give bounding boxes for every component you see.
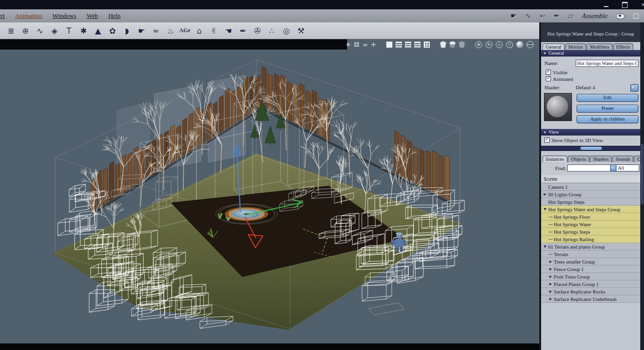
scrollbar-thumb[interactable] (641, 144, 644, 205)
scene-tree-item[interactable]: ▼Hot Springs Water and Steps Group (541, 206, 640, 213)
filter-dropdown[interactable]: » All (610, 164, 639, 171)
scene-tree-item[interactable]: —Hot Springs Railing (541, 236, 640, 243)
dropper-icon[interactable]: ✒ (554, 12, 560, 20)
display-flat-icon[interactable] (405, 42, 411, 48)
menu-item-help[interactable]: Help (109, 12, 121, 20)
menu-item-web[interactable]: Web (87, 12, 98, 20)
display-solid-icon[interactable] (386, 42, 392, 48)
wire-ball-icon[interactable] (527, 41, 534, 48)
splitter-handle[interactable] (580, 146, 602, 150)
scene-tree-item[interactable]: ▶00 Lights Group (541, 191, 640, 198)
shader-preview[interactable] (544, 93, 572, 121)
close-button[interactable]: × (640, 2, 644, 7)
general-section-header[interactable]: ▼General (541, 50, 640, 57)
checkbox-icon[interactable]: ✓ (546, 70, 551, 75)
scene-tree-item[interactable]: Camera 1 (541, 183, 640, 191)
scene-tree-item[interactable]: —Hot Springs Water (541, 221, 640, 228)
pan-hand-icon[interactable]: ☛ (511, 12, 517, 20)
expand-arrow-icon[interactable]: ▶ (548, 297, 554, 301)
hand-icon[interactable]: ☚ (221, 26, 236, 36)
diamond-view-icon[interactable]: ◇ (496, 41, 503, 48)
agr-icon[interactable]: AGr (178, 27, 192, 34)
glove-icon[interactable]: ✌ (207, 26, 221, 36)
plane-tool-icon[interactable]: ▱ (568, 12, 574, 20)
expand-arrow-icon[interactable]: ▶ (542, 192, 548, 196)
plant-icon[interactable]: ✿ (105, 26, 120, 36)
tab-effects[interactable]: Effects (613, 43, 634, 50)
move-cross-icon[interactable]: ✛ (371, 41, 376, 48)
expand-arrow-icon[interactable]: ▶ (548, 282, 554, 286)
shield-wire-icon[interactable] (459, 41, 465, 48)
scene-dice-icon[interactable]: ⚄ (354, 41, 359, 48)
vertex-object-icon[interactable]: ≣ (4, 26, 18, 36)
animated-checkbox[interactable]: ✓ Animated (541, 76, 640, 82)
name-input[interactable] (576, 60, 638, 67)
display-lines-icon[interactable] (414, 42, 420, 48)
scene-tree-item[interactable]: ▶Surface Replicator Rocks (541, 288, 640, 295)
ocean-icon[interactable]: ≈ (149, 26, 163, 36)
metaball-icon[interactable]: ◗ (120, 26, 134, 36)
browser-tab-sounds[interactable]: Sounds (612, 156, 633, 162)
expand-arrow-icon[interactable]: ▶ (548, 289, 554, 293)
scene-tree-item[interactable]: ▶Surface Replicator Underbrush (541, 295, 640, 303)
view-section-header[interactable]: ▼View (541, 129, 640, 136)
preset-button[interactable]: Preset (577, 105, 638, 113)
scene-tree-item[interactable]: ▶Placed Plants Group 1 (541, 280, 640, 288)
checkbox-icon[interactable]: ✓ (546, 76, 551, 81)
particle-emitter-icon[interactable]: ✱ (76, 26, 91, 36)
tab-general[interactable]: General (543, 43, 564, 50)
edit-button[interactable]: Edit (577, 94, 638, 102)
shield-half-icon[interactable] (449, 41, 456, 48)
scene-tree-item[interactable]: —Hot Springs Floor (541, 213, 640, 221)
checkbox-icon[interactable]: ✓ (544, 137, 550, 143)
terrain-icon[interactable]: ▲ (91, 26, 105, 36)
viewport-3d-scene[interactable] (0, 50, 540, 343)
apply-to-children-button[interactable]: Apply to children (577, 115, 638, 123)
expand-arrow-icon[interactable]: ▶ (548, 259, 554, 264)
shaded-ball-icon[interactable] (516, 41, 523, 48)
architecture-icon[interactable]: ⌂ (192, 26, 207, 36)
torus-icon[interactable]: ◈ (47, 26, 62, 36)
viewport-3d[interactable] (0, 50, 540, 343)
tab-modifiers[interactable]: Modifiers (586, 43, 612, 50)
rotate-view-icon[interactable]: ↻ (485, 41, 492, 48)
plane-view-icon[interactable]: ▽ (506, 41, 513, 48)
scene-tree-item[interactable]: —Hot Springs Steps (541, 228, 640, 236)
text-primitive-icon[interactable]: T (62, 26, 76, 36)
expand-arrow-icon[interactable]: ▼ (542, 244, 548, 249)
display-gouraud-icon[interactable] (396, 42, 402, 48)
eye-icon[interactable] (616, 13, 625, 19)
target-icon[interactable]: ◎ (279, 26, 294, 36)
scene-tree-item[interactable]: ▼01 Terrain and plants Group (541, 243, 640, 250)
replicator-icon[interactable]: ∴ (265, 26, 279, 36)
display-grid-icon[interactable] (424, 42, 430, 48)
menu-item-ert[interactable]: ert (0, 12, 5, 20)
expand-arrow-icon[interactable]: ▶ (548, 267, 554, 271)
browser-tab-shaders[interactable]: Shaders (590, 156, 612, 162)
filter-dropdown-icon[interactable]: » (610, 164, 616, 171)
menu-item-animation[interactable]: Animation (15, 12, 42, 20)
panel-scrollbar[interactable] (640, 22, 644, 350)
sphere-primitive-icon[interactable]: ⊕ (18, 26, 33, 36)
atom-preview-icon[interactable]: ✳ (346, 41, 351, 48)
wrench-icon[interactable]: ⚒ (294, 26, 308, 36)
browser-tab-objects[interactable]: Objects (568, 156, 589, 162)
tab-motion[interactable]: Motion (565, 43, 586, 50)
aerial-view-icon[interactable]: ∞ (362, 41, 368, 48)
spline-object-icon[interactable]: ∿ (33, 26, 47, 36)
maximize-button[interactable] (622, 2, 628, 7)
menu-item-windows[interactable]: Windows (52, 12, 76, 20)
shader-dropdown-button[interactable]: » (630, 84, 638, 92)
scene-tree-item[interactable]: ▶Fruit Trees Group (541, 273, 640, 280)
frame-icon[interactable] (633, 14, 638, 19)
add-view-icon[interactable]: ⊕ (475, 41, 482, 48)
scene-tree-item[interactable]: ▶Trees smaller Group (541, 258, 640, 265)
scene-tree-item[interactable]: ▶Fence Group 1 (541, 265, 640, 273)
browser-tab-instances[interactable]: Instances (543, 156, 567, 162)
lasso-icon[interactable]: ∿ (525, 12, 531, 20)
arrow-tool-icon[interactable]: ➳ (540, 12, 546, 20)
scene-tree-item[interactable]: —Terrain (541, 250, 640, 258)
minimize-button[interactable] (603, 2, 609, 7)
visible-checkbox[interactable]: ✓ Visible (541, 69, 640, 75)
show-object-checkbox[interactable]: ✓ Show Object in 3D View (541, 137, 640, 143)
